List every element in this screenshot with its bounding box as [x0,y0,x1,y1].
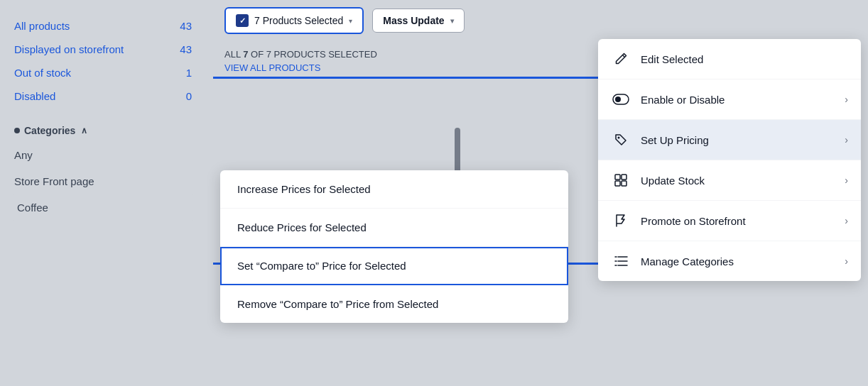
dropdown-item-categories[interactable]: Manage Categories › [598,241,861,281]
sidebar-item-displayed[interactable]: Displayed on storefront 43 [11,38,195,61]
dropdown-pricing-label: Set Up Pricing [641,134,709,146]
submenu-remove-compare-price[interactable]: Remove “Compare to” Price from Selected [220,285,568,323]
chevron-right-pricing-icon: › [845,134,848,145]
svg-point-2 [618,137,620,139]
dropdown-item-categories-left: Manage Categories [611,251,734,271]
category-coffee[interactable]: Coffee [11,194,195,221]
dropdown-item-enable-disable[interactable]: Enable or Disable › [598,79,861,120]
categories-dot-icon [14,128,20,133]
dropdown-item-promote[interactable]: Promote on Storefront › [598,201,861,241]
stack-icon [611,170,631,190]
top-bar: 7 Products Selected ▾ Mass Update ▾ [213,7,868,34]
list-icon [611,251,631,271]
sidebar-item-disabled[interactable]: Disabled 0 [11,84,195,108]
pricing-submenu: Increase Prices for Selected Reduce Pric… [220,170,568,323]
sidebar-item-all-products[interactable]: All products 43 [11,14,195,38]
dropdown-categories-label: Manage Categories [641,255,734,268]
mass-update-label: Mass Update [383,15,444,26]
dropdown-item-pricing-left: Set Up Pricing [611,130,709,150]
flag-icon [611,211,631,231]
tag-icon [611,130,631,150]
sidebar: All products 43 Displayed on storefront … [0,0,206,386]
toggle-icon [611,89,631,109]
category-any[interactable]: Any [11,142,195,168]
sidebar-item-disabled-count: 0 [186,90,192,102]
pencil-icon [611,49,631,69]
selection-count-text: ALL 7 OF 7 PRODUCTS SELECTED [224,49,377,60]
submenu-compare-to-price[interactable]: Set “Compare to” Price for Selected [220,247,568,285]
dropdown-enable-label: Enable or Disable [641,94,725,106]
dropdown-item-enable-left: Enable or Disable [611,89,725,109]
sidebar-item-displayed-count: 43 [180,43,192,55]
dropdown-item-stock[interactable]: Update Stock › [598,160,861,201]
dropdown-stock-label: Update Stock [641,175,705,187]
sidebar-item-disabled-label: Disabled [14,90,55,102]
svg-rect-6 [622,181,626,186]
selected-label: 7 Products Selected [254,15,343,26]
categories-header-label: Categories [24,125,75,136]
svg-rect-4 [622,175,626,180]
chevron-right-stock-icon: › [845,175,848,186]
dropdown-item-edit[interactable]: Edit Selected [598,39,861,79]
chevron-right-categories-icon: › [845,255,848,267]
chevron-down-icon: ▾ [349,17,352,25]
chevron-right-promote-icon: › [845,215,848,226]
dropdown-item-promote-left: Promote on Storefront [611,211,746,231]
selected-button[interactable]: 7 Products Selected ▾ [224,7,364,34]
submenu-increase-prices[interactable]: Increase Prices for Selected [220,170,568,209]
categories-section: Categories ∧ Any Store Front page Coffee [11,119,195,221]
categories-header[interactable]: Categories ∧ [11,119,195,142]
sidebar-item-out-of-stock-count: 1 [186,67,192,79]
chevron-up-icon: ∧ [81,126,87,136]
submenu-reduce-prices[interactable]: Reduce Prices for Selected [220,209,568,247]
sidebar-item-all-products-label: All products [14,20,70,32]
mass-update-button[interactable]: Mass Update ▾ [372,9,464,33]
dropdown-item-pricing[interactable]: Set Up Pricing › [598,120,861,160]
chevron-right-enable-icon: › [845,94,848,105]
sidebar-item-out-of-stock-label: Out of stock [14,67,71,79]
mass-update-chevron-icon: ▾ [450,17,454,25]
main-dropdown-menu: Edit Selected Enable or Disable › Se [598,39,861,281]
sidebar-item-all-products-count: 43 [180,20,192,32]
svg-rect-3 [615,175,620,180]
category-storefront[interactable]: Store Front page [11,168,195,194]
dropdown-item-edit-left: Edit Selected [611,49,703,69]
svg-rect-5 [615,181,620,186]
sidebar-item-displayed-label: Displayed on storefront [14,43,124,55]
dropdown-edit-label: Edit Selected [641,53,703,65]
dropdown-item-stock-left: Update Stock [611,170,705,190]
svg-point-1 [615,96,621,102]
sidebar-item-out-of-stock[interactable]: Out of stock 1 [11,61,195,84]
dropdown-promote-label: Promote on Storefront [641,215,746,227]
checkbox-icon [236,14,249,27]
